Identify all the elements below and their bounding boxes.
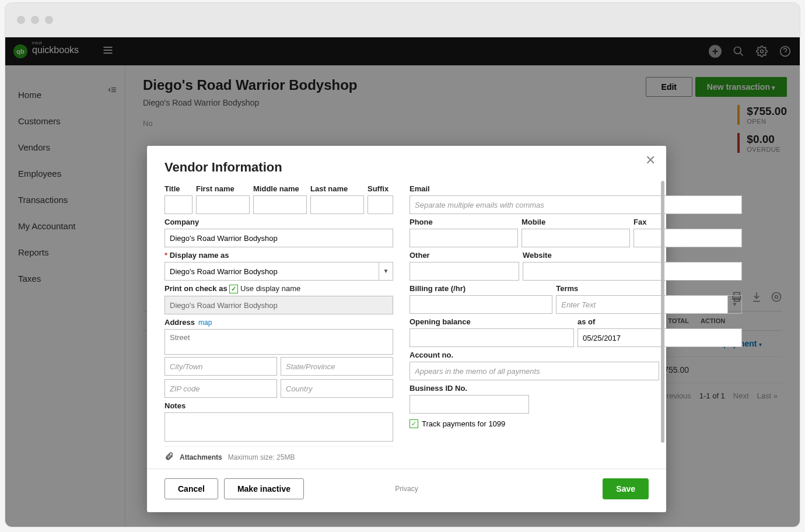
- paperclip-icon: [164, 452, 174, 463]
- label-phone: Phone: [410, 218, 518, 226]
- label-notes: Notes: [164, 401, 393, 410]
- modal-scrollbar[interactable]: [661, 181, 664, 466]
- label-address: Addressmap: [164, 318, 393, 327]
- attachments-max: Maximum size: 25MB: [228, 453, 295, 461]
- save-button[interactable]: Save: [603, 478, 649, 499]
- modal-title: Vendor Information: [164, 160, 649, 175]
- chevron-down-icon: ▼: [727, 296, 741, 313]
- close-icon[interactable]: ✕: [645, 153, 656, 168]
- use-display-checkbox[interactable]: ✓: [229, 285, 238, 293]
- label-print: Print on check as ✓ Use display name: [164, 284, 393, 293]
- billing-rate-field[interactable]: [410, 295, 552, 314]
- business-id-field[interactable]: [410, 395, 529, 414]
- email-field[interactable]: [410, 195, 742, 214]
- label-company: Company: [164, 218, 393, 226]
- fax-field[interactable]: [634, 229, 742, 247]
- track-1099-label: Track payments for 1099: [422, 419, 505, 428]
- label-title: Title: [164, 184, 192, 193]
- account-no-field[interactable]: [410, 362, 659, 380]
- label-email: Email: [410, 184, 742, 193]
- traffic-lights: [17, 16, 53, 24]
- app-frame: qb intuit quickbooks + Home Customers: [5, 37, 800, 527]
- scrollbar-thumb[interactable]: [661, 181, 664, 443]
- label-website: Website: [523, 251, 742, 260]
- state-field[interactable]: [281, 357, 393, 376]
- label-middle: Middle name: [253, 184, 307, 193]
- notes-field[interactable]: [164, 412, 393, 442]
- country-field[interactable]: [281, 379, 393, 398]
- traffic-light-max[interactable]: [45, 16, 53, 24]
- cancel-button[interactable]: Cancel: [164, 478, 218, 499]
- terms-input[interactable]: [556, 296, 727, 313]
- last-name-field[interactable]: [310, 195, 364, 214]
- label-billing: Billing rate (/hr): [410, 284, 552, 293]
- modal-left-col: Title First name Middle name Last name S…: [164, 184, 393, 463]
- use-display-label: Use display name: [240, 284, 300, 293]
- privacy-link[interactable]: Privacy: [395, 485, 418, 493]
- terms-select[interactable]: ▼: [556, 295, 742, 314]
- label-account: Account no.: [410, 351, 659, 359]
- vendor-info-modal: ✕ Vendor Information Title First name Mi…: [147, 146, 666, 512]
- label-terms: Terms: [556, 284, 742, 293]
- traffic-light-close[interactable]: [17, 16, 25, 24]
- city-field[interactable]: [164, 357, 277, 376]
- attachments-label: Attachments: [180, 453, 222, 461]
- track-1099-row: ✓ Track payments for 1099: [410, 419, 742, 428]
- title-field[interactable]: [164, 195, 192, 214]
- label-mobile: Mobile: [522, 218, 630, 226]
- opening-balance-field[interactable]: [410, 328, 574, 347]
- display-name-select[interactable]: Diego's Road Warrior Bodyshop ▼: [164, 262, 393, 281]
- label-first: First name: [196, 184, 250, 193]
- display-name-value: Diego's Road Warrior Bodyshop: [165, 267, 379, 276]
- modal-footer: Cancel Make inactive Privacy Save: [147, 468, 666, 512]
- track-1099-checkbox[interactable]: ✓: [410, 419, 418, 428]
- label-fax: Fax: [634, 218, 742, 226]
- street-field[interactable]: [164, 329, 393, 355]
- label-business-id: Business ID No.: [410, 384, 529, 393]
- traffic-light-min[interactable]: [31, 16, 39, 24]
- print-on-check-field: [164, 296, 393, 314]
- label-asof: as of: [578, 317, 742, 326]
- other-field[interactable]: [410, 262, 519, 281]
- map-link[interactable]: map: [198, 318, 212, 327]
- website-field[interactable]: [523, 262, 742, 281]
- zip-field[interactable]: [164, 379, 277, 398]
- phone-field[interactable]: [410, 229, 518, 247]
- first-name-field[interactable]: [196, 195, 250, 214]
- label-opening: Opening balance: [410, 317, 574, 326]
- attachments-row[interactable]: Attachments Maximum size: 25MB: [164, 446, 393, 463]
- label-display: * Display name as: [164, 251, 393, 260]
- browser-chrome: [5, 2, 800, 37]
- label-other: Other: [410, 251, 519, 260]
- label-last: Last name: [310, 184, 364, 193]
- mobile-field[interactable]: [522, 229, 630, 247]
- middle-name-field[interactable]: [253, 195, 307, 214]
- chevron-down-icon: ▼: [379, 262, 393, 280]
- asof-field[interactable]: [578, 328, 742, 347]
- label-suffix: Suffix: [368, 184, 393, 193]
- modal-right-col: Email Phone Mobile Fax Other Website Bil…: [410, 184, 742, 463]
- make-inactive-button[interactable]: Make inactive: [224, 478, 304, 499]
- suffix-field[interactable]: [368, 195, 393, 214]
- company-field[interactable]: [164, 229, 393, 247]
